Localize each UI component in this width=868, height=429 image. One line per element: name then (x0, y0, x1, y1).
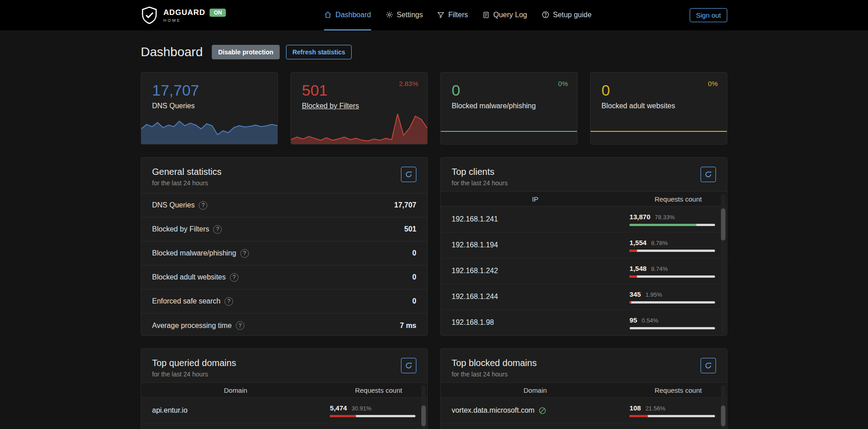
help-icon[interactable]: ? (199, 201, 207, 210)
help-icon[interactable]: ? (213, 225, 222, 234)
progress-bar-fill (630, 301, 631, 304)
panel-subtitle: for the last 24 hours (152, 371, 236, 378)
progress-bar-fill (630, 327, 630, 329)
navbar: ADGUARD ON HOME Dashboard Settings (0, 0, 868, 30)
scrollbar-thumb[interactable] (721, 208, 725, 241)
panel-title: Top queried domains (152, 358, 236, 368)
nav-item-dashboard[interactable]: Dashboard (324, 0, 371, 30)
top-clients-panel: Top clients for the last 24 hours IP Req… (440, 157, 727, 336)
progress-bar (630, 301, 715, 304)
progress-bar-fill (630, 275, 637, 278)
general-statistics-panel: General statistics for the last 24 hours… (141, 157, 428, 336)
stat-row-value: 17,707 (394, 201, 416, 209)
domain-count: 108 (630, 404, 641, 412)
refresh-button[interactable] (701, 358, 716, 373)
column-header-requests: Requests count (330, 386, 427, 394)
client-count: 1,554 (630, 239, 647, 246)
stat-row: Blocked adult websites ? 0 (141, 265, 427, 289)
nav-item-filters[interactable]: Filters (437, 0, 468, 30)
nav-item-query-log[interactable]: Query Log (482, 0, 527, 30)
refresh-statistics-button[interactable]: Refresh statistics (286, 45, 352, 59)
scrollbar-thumb[interactable] (721, 405, 725, 426)
client-count: 1,548 (630, 265, 647, 272)
shield-check-logo-icon (141, 6, 158, 25)
stat-row: Enforced safe search ? 0 (141, 289, 427, 313)
help-icon[interactable]: ? (230, 273, 238, 282)
client-ip: 192.168.1.244 (441, 293, 630, 301)
stat-row: DNS Queries ? 17,707 (141, 193, 427, 217)
stat-row-value: 0 (412, 273, 416, 281)
progress-bar-fill (330, 415, 356, 417)
progress-bar (630, 275, 715, 278)
column-header-domain: Domain (141, 386, 330, 394)
stat-row-label: Blocked by Filters (152, 225, 209, 233)
blocked-malware-sparkline (441, 112, 577, 144)
stat-row-label: Enforced safe search (152, 297, 220, 305)
nav-item-settings[interactable]: Settings (386, 0, 423, 30)
client-count: 13,870 (630, 213, 650, 221)
stat-row-label: Blocked malware/phishing (152, 249, 236, 257)
disable-protection-button[interactable]: Disable protection (212, 45, 280, 59)
queried-domain: api.entur.io (141, 406, 330, 415)
refresh-button[interactable] (401, 358, 416, 373)
nav-item-setup-guide[interactable]: Setup guide (542, 0, 591, 30)
stat-row-label: DNS Queries (152, 201, 195, 209)
top-blocked-domains-panel: Top blocked domains for the last 24 hour… (440, 348, 727, 429)
dns-queries-card: 17,707 DNS Queries (141, 72, 278, 145)
client-row: 192.168.1.244 345 1.95% (441, 284, 727, 310)
panel-title: Top clients (452, 167, 508, 177)
blocked-by-filters-sparkline (291, 112, 427, 144)
blocked-malware-value: 0 (452, 82, 566, 98)
client-percent: 0.54% (642, 317, 658, 324)
document-icon (482, 11, 490, 19)
stat-row-label: Average processing time (152, 322, 232, 330)
blocked-malware-label: Blocked malware/phishing (452, 102, 536, 110)
stat-cards-row: 17,707 DNS Queries 2.83% 501 Blocked by … (141, 72, 727, 145)
client-row: 192.168.1.241 13,870 78.33% (441, 207, 727, 232)
scrollbar-track[interactable] (721, 194, 725, 334)
scrollbar-track[interactable] (421, 385, 426, 429)
progress-bar-fill (630, 250, 637, 252)
client-percent: 1.95% (645, 291, 662, 298)
blocked-by-filters-link[interactable]: Blocked by Filters (302, 102, 359, 110)
panel-subtitle: for the last 24 hours (452, 179, 508, 187)
sign-out-button[interactable]: Sign out (690, 8, 727, 22)
page-title: Dashboard (141, 45, 203, 59)
brand-subtitle: HOME (163, 18, 226, 23)
blocked-domain: vortex.data.microsoft.com (452, 406, 534, 415)
blocked-adult-sparkline (591, 112, 727, 144)
progress-bar (630, 224, 715, 226)
client-ip: 192.168.1.241 (441, 215, 630, 223)
domain-percent: 30.91% (352, 405, 372, 412)
nav-item-label: Settings (397, 11, 423, 19)
progress-bar-fill (630, 415, 648, 417)
progress-bar-fill (630, 224, 696, 226)
table-header: IP Requests count (441, 191, 727, 207)
blocked-by-filters-card: 2.83% 501 Blocked by Filters (291, 72, 428, 145)
stat-row-value: 0 (412, 249, 416, 257)
refresh-button[interactable] (701, 167, 716, 182)
refresh-icon (705, 171, 712, 178)
domain-percent: 21.56% (645, 405, 665, 412)
client-count: 345 (630, 290, 641, 298)
panel-title: General statistics (152, 167, 221, 177)
nav-item-label: Filters (448, 11, 468, 19)
help-icon[interactable]: ? (236, 321, 244, 330)
refresh-button[interactable] (401, 167, 416, 182)
client-row: 192.168.1.194 1,554 8.78% (441, 232, 727, 258)
domain-row: api.entur.io 5,474 30.91% (141, 398, 427, 424)
help-icon[interactable]: ? (240, 249, 249, 258)
stat-row: Blocked malware/phishing ? 0 (141, 241, 427, 265)
help-icon[interactable]: ? (224, 297, 233, 306)
question-icon (542, 11, 549, 19)
scrollbar-track[interactable] (721, 385, 725, 429)
dns-queries-sparkline (141, 112, 277, 144)
domain-row: vortex.data.microsoft.com 108 21.56% (441, 398, 727, 424)
progress-bar (630, 415, 715, 417)
adguard-home-brand[interactable]: ADGUARD ON HOME (141, 6, 226, 25)
nav-item-label: Dashboard (335, 11, 371, 19)
client-ip: 192.168.1.98 (441, 318, 630, 327)
scrollbar-thumb[interactable] (421, 405, 426, 426)
table-header: Domain Requests count (141, 382, 427, 398)
client-row: 192.168.1.98 95 0.54% (441, 310, 727, 336)
